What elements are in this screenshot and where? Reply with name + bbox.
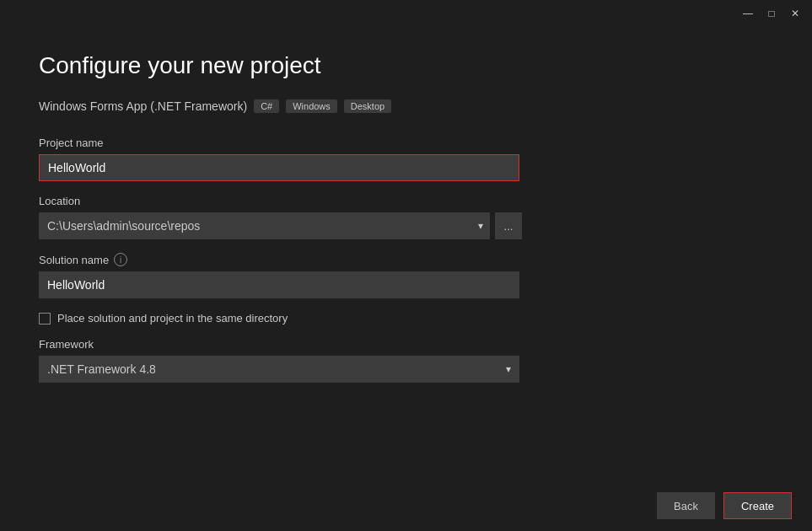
maximize-button[interactable]: □ — [765, 7, 778, 20]
checkbox-row: Place solution and project in the same d… — [39, 312, 773, 324]
location-label: Location — [39, 195, 773, 207]
framework-select-wrapper: .NET Framework 4.8 .NET Framework 4.7.2 … — [39, 356, 519, 383]
same-directory-checkbox[interactable] — [39, 313, 51, 324]
back-button[interactable]: Back — [657, 492, 715, 519]
browse-button[interactable]: ... — [495, 212, 522, 239]
tag-csharp: C# — [254, 99, 279, 113]
bottom-bar: Back Create — [0, 480, 812, 531]
project-name-input[interactable] — [39, 154, 519, 181]
solution-name-label: Solution name i — [39, 253, 773, 266]
solution-name-section: Solution name i — [39, 253, 773, 298]
solution-name-input[interactable] — [39, 271, 519, 298]
framework-section: Framework .NET Framework 4.8 .NET Framew… — [39, 338, 773, 383]
subtitle-row: Windows Forms App (.NET Framework) C# Wi… — [39, 99, 773, 113]
framework-select[interactable]: .NET Framework 4.8 .NET Framework 4.7.2 … — [39, 356, 519, 383]
close-button[interactable]: ✕ — [788, 7, 802, 20]
tag-windows: Windows — [286, 99, 337, 113]
framework-label: Framework — [39, 338, 773, 351]
location-row: C:\Users\admin\source\repos ... — [39, 212, 773, 239]
location-section: Location C:\Users\admin\source\repos ... — [39, 195, 773, 239]
tag-desktop: Desktop — [344, 99, 391, 113]
location-select[interactable]: C:\Users\admin\source\repos — [39, 212, 490, 239]
minimize-button[interactable]: — — [741, 7, 755, 20]
main-content: Configure your new project Windows Forms… — [0, 27, 812, 413]
location-select-wrapper: C:\Users\admin\source\repos — [39, 212, 490, 239]
title-bar: — □ ✕ — [0, 0, 812, 27]
project-name-label: Project name — [39, 137, 773, 149]
page-title: Configure your new project — [39, 52, 773, 79]
create-button[interactable]: Create — [723, 492, 792, 519]
project-name-section: Project name — [39, 137, 773, 181]
solution-name-info-icon[interactable]: i — [114, 253, 127, 266]
same-directory-label: Place solution and project in the same d… — [57, 312, 288, 324]
subtitle-text: Windows Forms App (.NET Framework) — [39, 99, 247, 113]
